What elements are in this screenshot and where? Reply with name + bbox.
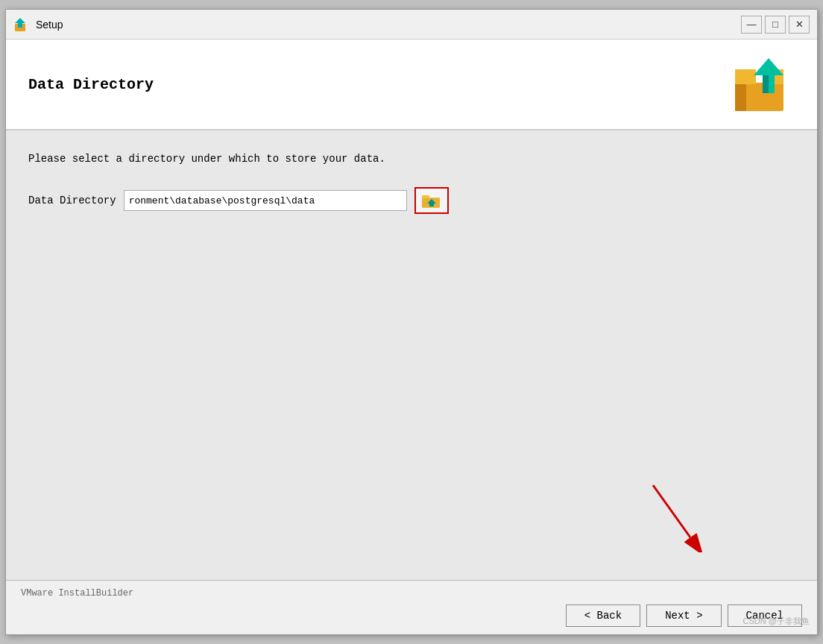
watermark: CSDN @子非我鱼: [743, 616, 810, 627]
close-button[interactable]: ✕: [789, 16, 810, 34]
setup-icon: [13, 16, 30, 33]
title-bar: Setup — □ ✕: [6, 10, 817, 40]
package-logo-icon: [728, 54, 795, 114]
footer-buttons: < Back Next > Cancel: [21, 604, 802, 627]
data-directory-row: Data Directory: [28, 187, 795, 214]
svg-rect-3: [735, 83, 746, 111]
restore-button[interactable]: □: [765, 16, 786, 34]
minimize-button[interactable]: —: [741, 16, 762, 34]
header-section: Data Directory: [6, 40, 817, 130]
next-button[interactable]: Next >: [646, 604, 721, 627]
back-button[interactable]: < Back: [566, 604, 640, 627]
field-label: Data Directory: [28, 195, 116, 206]
setup-window: Setup — □ ✕ Data Directory Please select…: [5, 9, 818, 635]
folder-icon: [421, 192, 442, 209]
page-title: Data Directory: [28, 76, 154, 93]
svg-marker-7: [763, 75, 769, 93]
window-title: Setup: [36, 19, 741, 31]
data-directory-input[interactable]: [124, 190, 407, 211]
main-content: Please select a directory under which to…: [6, 130, 817, 580]
description-text: Please select a directory under which to…: [28, 153, 795, 165]
window-controls: — □ ✕: [741, 16, 810, 34]
brand-label: VMware InstallBuilder: [21, 588, 802, 599]
browse-button[interactable]: [414, 187, 449, 214]
footer: VMware InstallBuilder < Back Next > Canc…: [6, 580, 817, 634]
svg-rect-4: [735, 69, 756, 84]
